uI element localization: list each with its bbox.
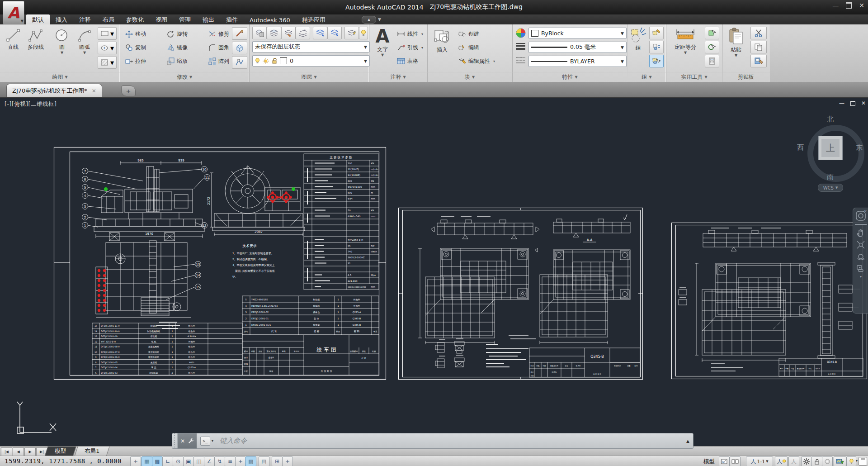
line-button[interactable]: 直线 bbox=[2, 26, 24, 71]
polar-tracking-toggle[interactable]: ⊙ bbox=[173, 456, 184, 466]
recent-commands-arrow-icon[interactable]: ▲ bbox=[686, 439, 689, 443]
workspace-switching-button[interactable] bbox=[801, 456, 812, 466]
hardware-acceleration-tray-icon[interactable] bbox=[834, 456, 846, 466]
quick-view-drawings-button[interactable] bbox=[730, 456, 741, 466]
panel-label-draw[interactable]: 绘图▼ bbox=[0, 72, 120, 82]
panel-label-properties[interactable]: 特性▼ bbox=[512, 72, 627, 82]
viewcube-south-label[interactable]: 南 bbox=[827, 173, 834, 181]
model-space-indicator[interactable]: 模型 bbox=[703, 458, 715, 466]
paste-dropdown-arrow-icon[interactable]: ▼ bbox=[724, 53, 748, 57]
select-all-button[interactable] bbox=[705, 41, 719, 53]
match-properties-button[interactable] bbox=[232, 27, 247, 40]
ribbon-tab-autodesk360[interactable]: Autodesk 360 bbox=[244, 14, 296, 24]
rotate-button[interactable]: 旋转 bbox=[167, 28, 188, 40]
arc-button[interactable]: 圆弧 ▼ bbox=[73, 26, 96, 71]
color-wheel-icon[interactable] bbox=[516, 28, 526, 40]
tray-menu-arrow-icon[interactable]: ▾ bbox=[856, 459, 858, 463]
clean-screen-button[interactable] bbox=[859, 457, 867, 466]
layer-match-button[interactable] bbox=[344, 27, 359, 39]
snap-mode-toggle[interactable]: ▦ bbox=[142, 456, 152, 466]
group-edit-button[interactable] bbox=[649, 27, 664, 39]
panel-label-group[interactable]: 组▼ bbox=[627, 72, 666, 82]
scale-button[interactable]: 缩放 bbox=[167, 55, 188, 67]
trim-button[interactable]: 修剪▾ bbox=[208, 28, 234, 40]
minimize-button[interactable]: — bbox=[832, 2, 839, 9]
object-snap-tracking-toggle[interactable]: ∠ bbox=[204, 456, 215, 466]
circle-button[interactable]: 圆 ▼ bbox=[51, 26, 73, 71]
panel-label-clipboard[interactable]: 剪贴板 bbox=[722, 72, 769, 82]
object-color-dropdown[interactable]: ByBlock ▼ bbox=[528, 28, 627, 39]
new-tab-button[interactable]: + bbox=[121, 86, 136, 96]
group-button[interactable]: 组 bbox=[628, 26, 648, 71]
navbar-more-arrow-icon[interactable]: ▾ bbox=[853, 275, 868, 279]
table-button[interactable]: 表格 bbox=[397, 55, 418, 67]
text-dropdown-arrow-icon[interactable]: ▼ bbox=[371, 53, 394, 57]
ribbon-tab-plugins[interactable]: 插件 bbox=[220, 14, 244, 24]
grid-display-toggle[interactable]: ▩ bbox=[152, 456, 163, 466]
quick-calculator-button[interactable] bbox=[705, 55, 719, 67]
3d-box-button[interactable] bbox=[232, 42, 247, 54]
tab-layout1[interactable]: 布局1 bbox=[74, 447, 109, 456]
viewcube-top-face[interactable]: 上 bbox=[818, 136, 843, 160]
hatch-tool-button[interactable]: ▾ bbox=[98, 56, 117, 69]
leader-arrow-icon[interactable]: ▾ bbox=[421, 46, 423, 50]
layer-properties-button[interactable] bbox=[252, 27, 267, 39]
ribbon-tab-manage[interactable]: 管理 bbox=[173, 14, 197, 24]
edit-attributes-arrow-icon[interactable]: ▾ bbox=[493, 59, 495, 63]
auto-annotation-button[interactable]: 人 bbox=[788, 456, 799, 466]
ungroup-button[interactable] bbox=[649, 41, 664, 53]
first-layout-button[interactable]: |◀ bbox=[1, 447, 12, 456]
ribbon-tab-featured-apps[interactable]: 精选应用 bbox=[296, 14, 331, 24]
showmotion-icon[interactable] bbox=[856, 264, 865, 273]
command-prompt-icon[interactable]: >_ bbox=[200, 437, 210, 446]
viewcube-north-label[interactable]: 北 bbox=[827, 115, 834, 124]
lineweight-toggle[interactable]: + bbox=[235, 456, 246, 466]
layer-dropdown[interactable]: 0 ▼ bbox=[252, 55, 370, 67]
measure-button[interactable]: 定距等分 ▼ bbox=[670, 26, 701, 71]
next-layout-button[interactable]: ▶ bbox=[24, 447, 36, 456]
layer-freeze-button[interactable] bbox=[313, 27, 327, 39]
annotation-monitor-toggle[interactable]: + bbox=[282, 456, 293, 466]
3d-object-snap-toggle[interactable]: ◫ bbox=[193, 456, 204, 466]
layer-isolate-button[interactable] bbox=[296, 27, 310, 39]
layer-lock-button[interactable] bbox=[327, 27, 342, 39]
annotation-scale-button[interactable]: 人1:1▼ bbox=[746, 456, 773, 466]
viewcube-east-label[interactable]: 东 bbox=[856, 143, 863, 152]
ribbon-minimize-button[interactable]: ▲ bbox=[362, 16, 376, 24]
application-menu-button[interactable]: A ▼ bbox=[3, 1, 24, 24]
measure-dropdown-arrow-icon[interactable]: ▼ bbox=[670, 51, 701, 55]
text-button[interactable]: A 文字 ▼ bbox=[371, 26, 394, 71]
ribbon-tab-insert[interactable]: 插入 bbox=[50, 14, 73, 24]
quick-properties-toggle[interactable]: ▤ bbox=[259, 456, 269, 466]
dimension-button[interactable]: 线性▾ bbox=[397, 28, 423, 40]
command-line-grip[interactable] bbox=[172, 433, 178, 448]
zoom-icon[interactable] bbox=[856, 240, 865, 249]
copy-clip-button[interactable] bbox=[750, 41, 767, 53]
copy-button[interactable]: 复制 bbox=[125, 42, 146, 53]
polyline-button[interactable]: 多段线 bbox=[24, 26, 47, 71]
maximize-button[interactable] bbox=[846, 2, 852, 9]
group-selection-toggle-button[interactable] bbox=[649, 55, 664, 67]
infer-constraints-toggle[interactable]: + bbox=[130, 456, 141, 466]
paste-special-button[interactable] bbox=[750, 55, 767, 67]
lineweight-dropdown[interactable]: 0.05 毫米 ▼ bbox=[528, 42, 627, 53]
layer-bulb-button[interactable] bbox=[359, 27, 368, 39]
ortho-mode-toggle[interactable]: ∟ bbox=[162, 456, 173, 466]
circle-dropdown-arrow-icon[interactable]: ▼ bbox=[51, 51, 73, 55]
arc-dropdown-arrow-icon[interactable]: ▼ bbox=[73, 51, 96, 55]
ribbon-tab-annotate[interactable]: 注释 bbox=[73, 14, 97, 24]
pan-hand-icon[interactable] bbox=[856, 228, 865, 238]
close-button[interactable]: ✕ bbox=[859, 2, 864, 9]
panel-label-modify[interactable]: 修改▼ bbox=[120, 72, 249, 82]
viewport-controls[interactable]: [-][俯视][二维线框] bbox=[5, 100, 57, 108]
transparency-toggle[interactable]: ▨ bbox=[245, 456, 256, 466]
ribbon-tab-output[interactable]: 输出 bbox=[197, 14, 220, 24]
fillet-button[interactable]: 圆角▾ bbox=[208, 42, 234, 53]
file-tab-close-icon[interactable]: ✕ bbox=[92, 88, 96, 94]
tab-model[interactable]: 模型 bbox=[44, 447, 76, 456]
lock-ui-button[interactable] bbox=[811, 456, 822, 466]
panel-label-annotation[interactable]: 注释▼ bbox=[369, 72, 427, 82]
ribbon-tab-layout[interactable]: 布局 bbox=[97, 14, 120, 24]
customize-wrench-icon[interactable] bbox=[188, 438, 194, 444]
ribbon-tab-parametric[interactable]: 参数化 bbox=[120, 14, 150, 24]
